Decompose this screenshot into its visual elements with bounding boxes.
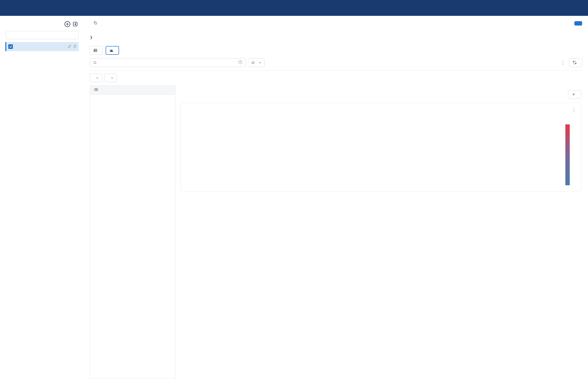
experiment-checkbox[interactable] xyxy=(8,44,13,49)
chevron-right-icon[interactable]: ❯ xyxy=(90,35,93,39)
svg-rect-12 xyxy=(111,50,112,52)
svg-rect-11 xyxy=(111,50,111,52)
edit-experiment-icon[interactable] xyxy=(68,45,71,49)
svg-rect-13 xyxy=(112,51,113,52)
parallel-coordinates-plot[interactable] xyxy=(186,116,576,189)
info-icon[interactable] xyxy=(238,60,242,65)
chevron-down-icon xyxy=(111,77,113,79)
search-experiments-input[interactable] xyxy=(5,31,79,39)
plus-icon xyxy=(572,93,576,96)
copy-icon[interactable] xyxy=(93,21,97,26)
sidebar xyxy=(0,16,84,379)
share-button[interactable] xyxy=(574,21,582,26)
svg-rect-4 xyxy=(95,22,97,24)
more-actions-icon[interactable]: ⋮ xyxy=(559,58,567,67)
svg-point-19 xyxy=(96,89,97,90)
parallel-coordinates-card: ⋮ xyxy=(180,103,581,192)
refresh-icon xyxy=(573,61,577,64)
search-icon xyxy=(93,61,97,64)
visibility-header-icon[interactable] xyxy=(94,87,98,93)
refresh-button[interactable] xyxy=(569,58,582,67)
chevron-down-icon xyxy=(259,61,261,64)
collapse-sidebar-icon[interactable] xyxy=(72,21,79,28)
svg-line-15 xyxy=(96,63,96,64)
colorbar xyxy=(565,124,570,185)
table-view-button[interactable] xyxy=(90,46,103,55)
chevron-down-icon xyxy=(96,77,99,79)
run-list[interactable] xyxy=(90,85,175,379)
search-runs-wrap[interactable] xyxy=(90,58,246,67)
add-experiment-icon[interactable] xyxy=(64,21,71,28)
nav xyxy=(16,3,23,12)
delete-experiment-icon[interactable] xyxy=(73,45,77,49)
search-runs-input[interactable] xyxy=(99,61,236,64)
experiment-row-default[interactable] xyxy=(5,42,79,51)
time-filter-button[interactable] xyxy=(90,74,102,82)
sort-button[interactable] xyxy=(248,58,264,67)
svg-rect-5 xyxy=(94,49,97,52)
svg-point-14 xyxy=(94,61,96,63)
add-chart-button[interactable] xyxy=(568,90,581,99)
content: ❯ xyxy=(84,16,588,379)
top-nav xyxy=(0,0,588,16)
chart-view-button[interactable] xyxy=(106,46,119,55)
chart-panel: ⋮ xyxy=(175,85,582,379)
svg-point-18 xyxy=(240,61,240,61)
chart-menu-icon[interactable]: ⋮ xyxy=(572,107,576,113)
state-filter-button[interactable] xyxy=(105,74,117,82)
